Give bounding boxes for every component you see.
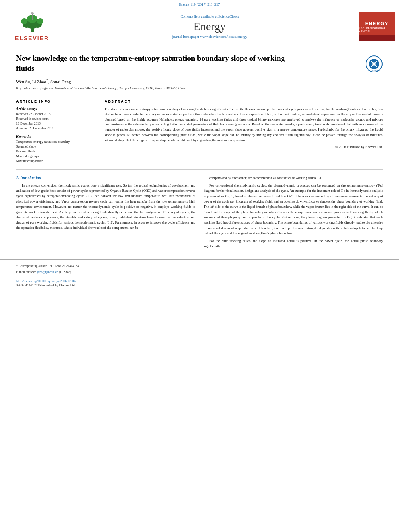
body-two-col: 1. Introduction In the energy conversion… bbox=[16, 175, 383, 249]
authors-line: Wen Su, Li Zhao*, Shuai Deng bbox=[16, 78, 383, 84]
energy-box-graphic: ENERGY The International Journal bbox=[359, 12, 395, 41]
abstract-col: ABSTRACT The slope of temperature-entrop… bbox=[105, 99, 383, 164]
revised-date: 18 December 2016 bbox=[16, 121, 97, 126]
author1: Wen Su, bbox=[16, 79, 31, 84]
email-link[interactable]: jons@tju.edu.cn bbox=[37, 270, 58, 274]
author2: Li Zhao bbox=[32, 79, 46, 84]
svg-point-8 bbox=[31, 12, 34, 14]
svg-point-6 bbox=[37, 18, 43, 24]
received-date: Received 22 October 2016 bbox=[16, 112, 97, 117]
crossmark-icon: CrossMark bbox=[365, 55, 383, 73]
main-content: New knowledge on the temperature-entropy… bbox=[0, 45, 399, 253]
elsevier-logo: ELSEVIER bbox=[0, 8, 64, 45]
accepted-date: Accepted 20 December 2016 bbox=[16, 126, 97, 131]
svg-text:CrossMark: CrossMark bbox=[368, 69, 380, 72]
body-col-right: compensated by each other, are recommend… bbox=[204, 175, 383, 249]
article-info-heading: ARTICLE INFO bbox=[16, 99, 97, 103]
copyright-line: © 2016 Published by Elsevier Ltd. bbox=[105, 145, 383, 149]
journal-center-info: Contents lists available at ScienceDirec… bbox=[64, 8, 355, 45]
intro-paragraph-1: In the energy conversion, thermodynamic … bbox=[16, 183, 195, 231]
keywords-section: Keywords: Temperature-entropy saturation… bbox=[16, 134, 97, 164]
abstract-heading: ABSTRACT bbox=[105, 99, 383, 103]
intro-heading: 1. Introduction bbox=[16, 175, 195, 180]
journal-citation: Energy 119 (2017) 211–217 bbox=[179, 2, 220, 6]
crossmark-badge[interactable]: CrossMark bbox=[365, 55, 383, 74]
journal-header: ELSEVIER Contents lists available at Sci… bbox=[0, 8, 399, 45]
intro-paragraph-2: compensated by each other, are recommend… bbox=[204, 175, 383, 249]
journal-top-bar: Energy 119 (2017) 211–217 bbox=[0, 0, 399, 8]
paper-title: New knowledge on the temperature-entropy… bbox=[16, 53, 290, 73]
svg-point-5 bbox=[21, 18, 27, 24]
keywords-label: Keywords: bbox=[16, 134, 97, 138]
abstract-text: The slope of temperature-entropy saturat… bbox=[105, 107, 383, 142]
journal-title: Energy bbox=[193, 20, 226, 33]
svg-rect-7 bbox=[32, 13, 33, 20]
title-row: New knowledge on the temperature-entropy… bbox=[16, 53, 383, 78]
keyword-2: Saturated slope bbox=[16, 144, 97, 149]
tree-icon bbox=[16, 12, 48, 33]
affiliation: Key Laboratory of Efficient Utilization … bbox=[16, 86, 383, 90]
author3: , Shuai Deng bbox=[48, 79, 71, 84]
article-history: Article history: Received 22 October 201… bbox=[16, 107, 97, 131]
body-col-left: 1. Introduction In the energy conversion… bbox=[16, 175, 195, 249]
sciencedirect-link: Contents lists available at ScienceDirec… bbox=[181, 14, 239, 18]
keyword-1: Temperature-entropy saturation boundary bbox=[16, 140, 97, 144]
corresponding-author: * Corresponding author. Tel.: +86 022 27… bbox=[16, 264, 383, 269]
email-line: E-mail address: jons@tju.edu.cn (L. Zhao… bbox=[16, 270, 383, 275]
keyword-5: Mixture composition bbox=[16, 159, 97, 164]
journal-homepage: journal homepage: www.elsevier.com/locat… bbox=[172, 35, 247, 39]
doi-link[interactable]: http://dx.doi.org/10.1016/j.energy.2016.… bbox=[16, 279, 76, 283]
section-divider bbox=[16, 169, 383, 170]
revised-label: Received in revised form bbox=[16, 117, 97, 121]
issn-line: 0360-5442/© 2016 Published by Elsevier L… bbox=[16, 283, 383, 288]
article-info-col: ARTICLE INFO Article history: Received 2… bbox=[16, 99, 97, 164]
keyword-4: Molecular groups bbox=[16, 154, 97, 159]
elsevier-wordmark: ELSEVIER bbox=[15, 35, 49, 41]
keyword-3: Working fluids bbox=[16, 149, 97, 154]
article-history-label: Article history: bbox=[16, 107, 97, 111]
article-meta-section: ARTICLE INFO Article history: Received 2… bbox=[16, 96, 383, 164]
footer-section: * Corresponding author. Tel.: +86 022 27… bbox=[0, 259, 399, 292]
energy-logo-box: ENERGY The International Journal bbox=[355, 8, 399, 45]
